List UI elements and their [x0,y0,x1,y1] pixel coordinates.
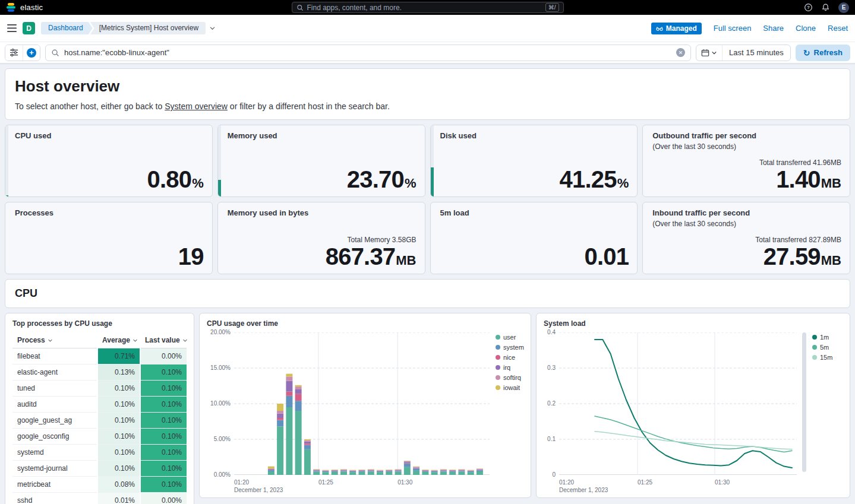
metric-subtitle: (Over the last 30 seconds) [652,220,841,228]
process-row: metricbeat0.08%0.10% [12,477,187,493]
query-input-wrap: ✕ [45,45,691,61]
full-screen-button[interactable]: Full screen [714,24,752,33]
global-search[interactable]: ⌘/ [292,2,564,13]
metric-title: CPU used [15,131,204,141]
y-axis-labels: 0.00%5.00%10.00%15.00%20.00% [207,332,234,475]
time-range-value[interactable]: Last 15 minutes [723,48,790,57]
breadcrumb: Dashboard [Metrics System] Host overview [41,22,216,34]
search-shortcut-key: ⌘/ [545,3,559,12]
metric-title: Processes [15,208,204,218]
chevron-down-icon [711,50,717,56]
breadcrumb-current-page[interactable]: [Metrics System] Host overview [90,22,206,34]
process-row: sshd0.01%0.00% [12,493,187,504]
legend-dot-icon [812,335,817,340]
metric-secondary-value: Total transferred 41.96MB [652,159,841,167]
legend-dot-icon [496,355,500,360]
legend-item-softirq[interactable]: softirq [496,374,524,381]
metric-tile: Outbound traffic per second(Over the las… [642,125,850,197]
managed-badge[interactable]: Managed [651,23,702,34]
metric-tile: Disk used41.25% [430,125,638,197]
help-icon[interactable]: ? [804,3,813,12]
chevron-down-icon [132,338,138,343]
metric-tile: Processes19 [5,202,213,274]
legend-item-irq[interactable]: irq [496,364,524,371]
host-overview-panel: Host overview To select another host, ei… [5,68,850,120]
legend-item-1m[interactable]: 1m [812,334,832,341]
breadcrumb-dashboard[interactable]: Dashboard [41,22,93,34]
system-load-chart[interactable] [559,332,797,475]
chart-legend: 1m5m15m [812,332,832,361]
page-title: Host overview [15,77,840,96]
add-filter-button[interactable]: + [23,45,40,61]
top-processes-panel: Top processes by CPU usage Process Avera… [5,313,194,504]
query-input[interactable] [64,48,671,57]
process-row: elastic-agent0.13%0.10% [12,364,187,381]
metric-value: 867.37MB [228,245,417,269]
metric-value: 27.59MB [652,245,841,269]
brand-name: elastic [20,3,43,12]
metric-subtitle: (Over the last 30 seconds) [652,142,841,151]
filter-controls: + [5,45,40,61]
share-button[interactable]: Share [763,24,784,33]
metric-tile: Memory used in bytesTotal Memory 3.58GB8… [217,202,425,274]
filter-options-button[interactable] [5,45,23,61]
process-row: filebeat0.71%0.00% [12,348,187,364]
date-quick-select[interactable] [696,45,723,61]
notifications-bell-icon[interactable] [821,3,830,12]
metric-value: 1.40MB [652,167,841,192]
column-header-process[interactable]: Process [12,332,97,348]
search-icon [296,4,304,11]
managed-glasses-icon [656,25,663,32]
clone-button[interactable]: Clone [796,24,816,33]
legend-dot-icon [812,355,817,360]
global-search-input[interactable] [307,4,542,12]
metric-tile: 5m load0.01 [430,202,638,274]
metric-value: 23.70% [228,167,417,192]
cpu-section-title: CPU [15,287,840,300]
legend-item-nice[interactable]: nice [496,354,524,361]
chart-legend: usersystemniceirqsoftirqiowait [496,332,524,391]
legend-item-5m[interactable]: 5m [812,344,832,351]
metric-tile: CPU used0.80% [5,125,213,197]
elastic-logo[interactable] [6,2,16,12]
chevron-down-icon[interactable] [209,25,216,31]
legend-item-15m[interactable]: 15m [812,354,832,361]
refresh-button[interactable]: ↻ Refresh [796,45,850,61]
metric-tiles: CPU used0.80%Memory used23.70%Disk used4… [5,125,850,274]
system-overview-link[interactable]: System overview [165,102,228,111]
chart-scrollbar[interactable] [802,332,806,475]
cpu-section-panel: CPU [5,279,850,308]
refresh-icon: ↻ [803,49,810,57]
cpu-usage-chart[interactable] [234,332,490,475]
clear-query-icon[interactable]: ✕ [676,48,685,57]
process-table-body: filebeat0.71%0.00%elastic-agent0.13%0.10… [12,348,187,504]
reset-button[interactable]: Reset [828,24,848,33]
user-avatar[interactable]: E [838,2,849,13]
cpu-usage-title: CPU usage over time [207,319,523,328]
x-axis-labels: 01:20December 1, 202301:2501:30 [559,477,797,492]
filter-sliders-icon [10,48,18,57]
dashboard-navbar: D Dashboard [Metrics System] Host overvi… [0,15,855,42]
process-row: systemd-journal0.10%0.10% [12,461,187,477]
column-header-last-value[interactable]: Last value [140,332,187,348]
overview-description: To select another host, either go back t… [15,102,840,111]
y-axis-labels: 00.10.20.30.4 [544,332,559,475]
dashboard-app-icon[interactable]: D [23,22,35,34]
metric-secondary-value: Total Memory 3.58GB [228,236,417,244]
legend-item-user[interactable]: user [496,334,524,341]
menu-hamburger-icon[interactable] [7,24,17,32]
metric-tile: Memory used23.70% [217,125,425,197]
metric-progress-bar [5,125,8,196]
legend-item-system[interactable]: system [496,344,524,351]
system-load-chart-area: 00.10.20.30.401:20December 1, 202301:250… [544,332,843,492]
x-axis-labels: 01:20December 1, 202301:2501:30 [234,477,490,492]
dashboard-content: Host overview To select another host, ei… [0,64,855,504]
metric-value: 19 [15,245,204,269]
metric-tile: Inbound traffic per second(Over the last… [642,202,850,274]
global-header: elastic ⌘/ ? E [0,0,855,15]
metric-progress-bar [431,125,434,196]
column-header-average[interactable]: Average [97,332,140,348]
metric-title: 5m load [440,208,629,218]
legend-item-iowait[interactable]: iowait [496,384,524,391]
metric-secondary-value: Total transferred 827.89MB [652,236,841,244]
